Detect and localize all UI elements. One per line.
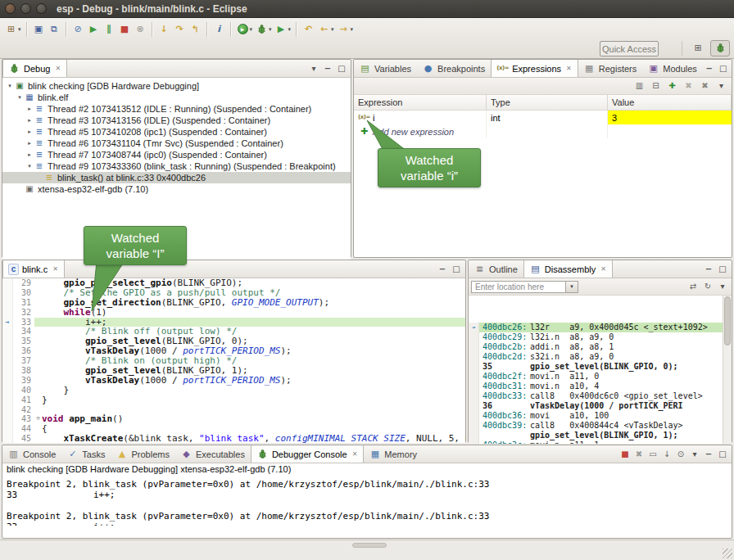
disassembly-instruction[interactable]: 400dbc29:l32i.n a8, a9, 0 xyxy=(469,332,732,342)
tab-expressions[interactable]: (x)=Expressions✕ xyxy=(491,60,578,77)
disassembly-source-line[interactable]: 36vTaskDelay(1000 / portTICK_PERI xyxy=(469,401,732,411)
view-menu-icon[interactable]: ▾ xyxy=(714,79,728,93)
close-icon[interactable]: ✕ xyxy=(600,265,606,273)
location-dropdown-icon[interactable]: ▼ xyxy=(566,281,578,293)
debug-tree-item[interactable]: ▾≡Thread #9 1073433360 (blink_task : Run… xyxy=(2,160,351,172)
tab-problems[interactable]: ▲Problems xyxy=(111,445,174,463)
code-line[interactable]: 38 gpio_set_level(BLINK_GPIO, 1); xyxy=(2,366,465,376)
debug-tree-item[interactable]: ▸≡Thread #3 1073413156 (IDLE) (Suspended… xyxy=(2,115,351,126)
window-maximize-button[interactable] xyxy=(36,3,47,14)
tab-debugger-console[interactable]: Debugger Console✕ xyxy=(251,445,364,463)
disassembly-source-line[interactable]: 35gpio_set_level(BLINK_GPIO, 0); xyxy=(469,362,732,372)
minimize-icon[interactable]: − xyxy=(321,62,334,75)
debug-perspective-button[interactable] xyxy=(710,40,730,56)
debug-tree-item[interactable]: ▸≡Thread #6 1073431104 (Tmr Svc) (Suspen… xyxy=(2,138,351,149)
expand-arrow-icon[interactable]: ▸ xyxy=(25,140,34,147)
minimize-icon[interactable]: − xyxy=(703,62,716,75)
code-line[interactable]: 36 vTaskDelay(1000 / portTICK_PERIOD_MS)… xyxy=(2,346,465,356)
collapse-all-icon[interactable]: ⊟ xyxy=(649,79,663,93)
add-expression-icon[interactable]: ✚ xyxy=(665,79,679,93)
layout-icon[interactable]: ▥ xyxy=(632,79,646,93)
tab-registers[interactable]: ▦Registers xyxy=(578,60,642,77)
location-input[interactable]: Enter location here xyxy=(471,281,566,293)
tab-executables[interactable]: ◆Executables xyxy=(175,445,251,463)
disconnect-button[interactable]: ⊗ xyxy=(133,20,148,38)
remove-launch-icon[interactable]: ✖ xyxy=(632,448,646,461)
chevron-down-icon[interactable]: ▾ xyxy=(269,26,272,33)
sync-context-icon[interactable]: ⇄ xyxy=(686,280,700,293)
instruction-stepping-button[interactable]: i xyxy=(211,20,227,38)
maximize-icon[interactable]: □ xyxy=(716,263,729,276)
debug-tree-item[interactable]: ▸≡Thread #2 1073413512 (IDLE : Running) … xyxy=(2,103,351,115)
code-line[interactable]: 42 xyxy=(2,405,465,415)
disassembly-scrollbar[interactable] xyxy=(723,296,732,444)
window-minimize-button[interactable] xyxy=(20,3,31,14)
tab-console[interactable]: ▥Console xyxy=(2,445,61,463)
code-line[interactable]: →33 i++; xyxy=(2,318,465,327)
debug-tree-item[interactable]: ≡blink_task() at blink.c:33 0x400dbc26 xyxy=(2,172,351,183)
code-line[interactable]: 31 gpio_set_direction(BLINK_GPIO, GPIO_M… xyxy=(2,298,465,308)
console-output[interactable]: Breakpoint 2, blink_task (pvParameter=0x… xyxy=(2,477,732,526)
new-wizard-button[interactable]: ⊞▾ xyxy=(3,20,23,38)
close-icon[interactable]: ✕ xyxy=(55,65,61,72)
debug-tree-item[interactable]: ▾▣blink checking [GDB Hardware Debugging… xyxy=(2,80,351,92)
tab-disassembly[interactable]: ▤Disassembly✕ xyxy=(523,260,613,278)
run-button[interactable]: ▶▾ xyxy=(235,20,255,38)
minimize-icon[interactable]: − xyxy=(702,263,715,276)
maximize-icon[interactable]: □ xyxy=(716,448,729,461)
resume-button[interactable]: ▶ xyxy=(86,20,102,38)
chevron-down-icon[interactable]: ▾ xyxy=(331,26,334,33)
expand-arrow-icon[interactable]: ▾ xyxy=(25,163,34,169)
code-line[interactable]: 32 while(1) xyxy=(2,308,465,318)
expand-arrow-icon[interactable]: ▾ xyxy=(6,83,14,89)
code-line[interactable]: 29 gpio_pad_select_gpio(BLINK_GPIO); xyxy=(2,278,465,288)
expand-arrow-icon[interactable]: ▸ xyxy=(25,117,34,124)
save-button[interactable]: ▣ xyxy=(31,20,47,38)
column-expression[interactable]: Expression xyxy=(354,95,487,110)
code-line[interactable]: 44{ xyxy=(2,424,465,434)
tab-memory[interactable]: ▦Memory xyxy=(364,445,423,463)
minimize-icon[interactable]: − xyxy=(436,263,449,276)
step-return-button[interactable]: ↰ xyxy=(188,20,203,38)
chevron-down-icon[interactable]: ▾ xyxy=(288,26,292,33)
tab-tasks[interactable]: ✓Tasks xyxy=(61,445,111,463)
disassembly-instruction[interactable]: 400dbc33:call8 0x400dc6c0 <gpio_set_leve… xyxy=(469,391,732,401)
maximize-icon[interactable]: □ xyxy=(717,62,730,75)
disassembly-instruction[interactable]: 400dbc2b:addi.n a8, a8, 1 xyxy=(469,342,732,352)
remove-all-expressions-icon[interactable]: ✖ xyxy=(698,79,712,93)
pin-console-icon[interactable]: ⊙ xyxy=(674,448,687,461)
disassembly-instruction[interactable]: 400dbc31:movi.n a10, 4 xyxy=(469,382,732,391)
fold-icon[interactable]: ⊖ xyxy=(34,414,42,424)
forward-button[interactable]: →▾ xyxy=(336,20,356,38)
code-line[interactable]: 34 /* Blink off (output low) */ xyxy=(2,327,465,336)
debug-button[interactable]: ▾ xyxy=(254,20,274,38)
scroll-lock-icon[interactable]: ↓ xyxy=(660,448,673,461)
disassembly-source-line[interactable]: gpio_set_level(BLINK_GPIO, 1); xyxy=(469,431,732,440)
view-menu-icon[interactable]: ▾ xyxy=(307,62,320,75)
disassembly-instruction[interactable]: →400dbc26:l32r a9, 0x400d045c <_stext+10… xyxy=(469,323,732,332)
tab-modules[interactable]: ▣Modules xyxy=(642,60,703,77)
expand-arrow-icon[interactable]: ▸ xyxy=(25,151,34,158)
quick-access-button[interactable]: Quick Access xyxy=(600,41,659,56)
disassembly-instruction[interactable]: 400dbc39:call8 0x400844c4 <vTaskDelay> xyxy=(469,421,732,431)
suspend-button[interactable]: ∥ xyxy=(102,20,117,38)
window-close-button[interactable] xyxy=(5,3,16,14)
chevron-down-icon[interactable]: ▾ xyxy=(351,26,354,33)
trim-drag-handle[interactable] xyxy=(352,543,387,548)
debug-tree-item[interactable]: ▸≡Thread #7 1073408744 (ipc0) (Suspended… xyxy=(2,149,351,160)
column-type[interactable]: Type xyxy=(487,95,608,110)
close-icon[interactable]: ✕ xyxy=(566,65,572,72)
close-icon[interactable]: ✕ xyxy=(352,450,358,458)
disassembly-listing[interactable]: →400dbc26:l32r a9, 0x400d045c <_stext+10… xyxy=(469,296,732,444)
disassembly-instruction[interactable]: 400dbc3c:movi.n a11, 1 xyxy=(469,440,732,444)
maximize-icon[interactable]: □ xyxy=(450,263,463,276)
column-value[interactable]: Value xyxy=(608,95,732,110)
debug-tree-item[interactable]: ▸≡Thread #5 1073410208 (ipc1) (Suspended… xyxy=(2,126,351,138)
close-icon[interactable]: ✕ xyxy=(52,265,58,273)
maximize-icon[interactable]: □ xyxy=(335,62,348,75)
code-line[interactable]: 37 /* Blink on (output high) */ xyxy=(2,356,465,366)
remove-expression-icon[interactable]: ✖ xyxy=(682,79,695,93)
view-menu-icon[interactable]: ▾ xyxy=(716,280,729,293)
code-line[interactable]: 40 } xyxy=(2,386,465,395)
tab-blink-c[interactable]: c blink.c ✕ xyxy=(2,260,65,278)
